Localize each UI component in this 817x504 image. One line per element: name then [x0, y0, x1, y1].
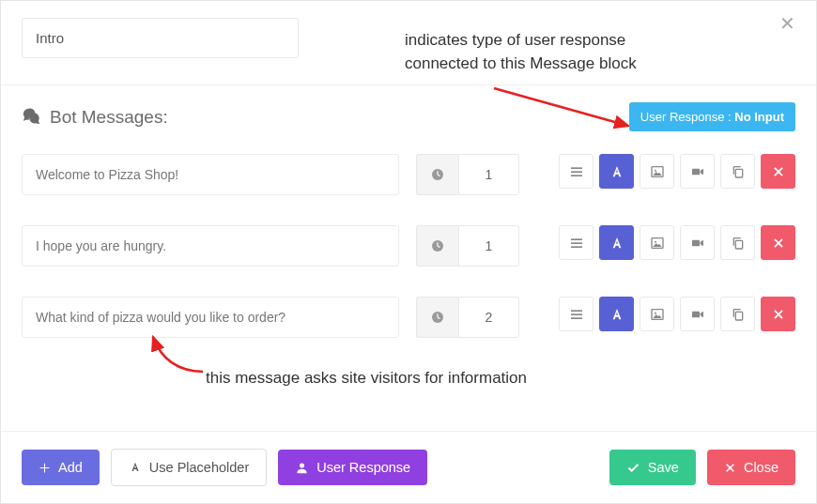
x-icon — [724, 462, 736, 474]
text-icon — [609, 236, 624, 251]
svg-rect-10 — [571, 242, 582, 244]
svg-rect-22 — [692, 311, 700, 317]
image-type-button[interactable] — [640, 225, 674, 260]
svg-point-24 — [300, 463, 304, 467]
copy-icon — [731, 164, 746, 179]
svg-rect-14 — [692, 239, 700, 246]
message-text-input[interactable]: I hope you are hungry. — [22, 225, 399, 267]
user-icon — [295, 461, 309, 475]
menu-icon — [569, 236, 584, 251]
delete-icon — [772, 165, 785, 178]
svg-rect-15 — [735, 240, 742, 249]
clock-icon-box — [416, 297, 458, 338]
message-row: I hope you are hungry.1 — [22, 225, 795, 267]
user-response-badge[interactable]: User Response : No Input — [629, 102, 795, 131]
close-icon[interactable]: ✕ — [779, 14, 795, 33]
clock-icon — [430, 310, 445, 325]
annotation-response-type: indicates type of user response connecte… — [405, 29, 637, 75]
use-placeholder-button[interactable]: Use Placeholder — [111, 449, 267, 486]
text-icon — [609, 164, 624, 179]
svg-point-13 — [655, 240, 656, 242]
svg-rect-18 — [571, 313, 582, 315]
copy-icon — [731, 236, 746, 251]
clock-icon — [430, 167, 445, 182]
delay-input[interactable]: 1 — [458, 225, 519, 267]
message-text-input[interactable]: Welcome to Pizza Shop! — [22, 154, 399, 195]
image-icon — [650, 307, 665, 322]
message-row: What kind of pizza would you like to ord… — [22, 297, 795, 338]
image-icon — [650, 236, 665, 251]
reorder-button[interactable] — [559, 225, 593, 260]
image-icon — [650, 164, 665, 179]
svg-rect-9 — [571, 238, 582, 240]
text-type-button[interactable] — [599, 154, 634, 189]
svg-rect-2 — [571, 171, 582, 173]
delay-group: 1 — [416, 225, 519, 267]
delete-icon — [772, 308, 785, 321]
duplicate-button[interactable] — [720, 297, 755, 331]
svg-rect-3 — [571, 175, 582, 176]
image-type-button[interactable] — [640, 297, 674, 331]
message-row: Welcome to Pizza Shop!1 — [22, 154, 795, 195]
video-icon — [690, 164, 705, 179]
plus-icon — [39, 462, 51, 474]
svg-rect-11 — [571, 246, 582, 248]
duplicate-button[interactable] — [720, 225, 755, 260]
delete-button[interactable] — [761, 225, 795, 260]
video-type-button[interactable] — [680, 154, 715, 189]
image-type-button[interactable] — [640, 154, 674, 189]
reorder-button[interactable] — [559, 297, 593, 331]
text-type-button[interactable] — [599, 225, 634, 260]
delay-input[interactable]: 2 — [458, 297, 519, 338]
chat-icon — [22, 107, 42, 128]
video-type-button[interactable] — [680, 297, 715, 331]
clock-icon-box — [416, 154, 458, 195]
font-icon — [129, 461, 142, 474]
section-title: Bot Messages: — [22, 107, 168, 128]
svg-rect-1 — [571, 167, 582, 169]
annotation-message-info: this message asks site visitors for info… — [206, 369, 527, 388]
block-title-input[interactable] — [22, 18, 299, 58]
clock-icon-box — [416, 225, 458, 267]
copy-icon — [731, 307, 746, 322]
message-text-input[interactable]: What kind of pizza would you like to ord… — [22, 297, 399, 338]
svg-rect-7 — [735, 169, 742, 177]
video-icon — [690, 307, 705, 322]
clock-icon — [430, 238, 445, 253]
svg-rect-23 — [735, 312, 742, 320]
svg-point-5 — [655, 169, 656, 171]
svg-rect-19 — [571, 317, 582, 319]
delete-button[interactable] — [761, 154, 795, 189]
save-button[interactable]: Save — [609, 450, 696, 485]
menu-icon — [569, 307, 584, 322]
video-icon — [690, 236, 705, 251]
close-button[interactable]: Close — [707, 450, 795, 485]
delete-button[interactable] — [761, 297, 795, 331]
add-button[interactable]: Add — [22, 450, 100, 485]
delay-group: 2 — [416, 297, 519, 338]
svg-rect-6 — [692, 168, 700, 175]
delay-group: 1 — [416, 154, 519, 195]
delete-icon — [772, 237, 785, 250]
reorder-button[interactable] — [559, 154, 593, 189]
check-icon — [626, 461, 640, 475]
text-type-button[interactable] — [599, 297, 634, 331]
duplicate-button[interactable] — [720, 154, 755, 189]
menu-icon — [569, 164, 584, 179]
svg-rect-17 — [571, 310, 582, 312]
svg-point-21 — [655, 312, 656, 313]
user-response-button[interactable]: User Response — [278, 450, 427, 485]
delay-input[interactable]: 1 — [458, 154, 519, 195]
text-icon — [609, 307, 624, 322]
video-type-button[interactable] — [680, 225, 715, 260]
